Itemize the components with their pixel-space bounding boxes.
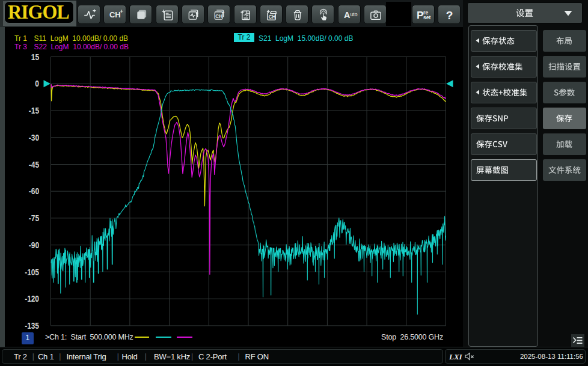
svg-text:A: A [344,10,350,20]
svg-text:+: + [120,8,123,14]
svg-text:uto: uto [350,11,357,17]
svg-text:set: set [423,14,431,20]
svg-text:?: ? [446,9,453,22]
svg-text:CH: CH [109,10,121,19]
svg-text:+: + [222,10,225,15]
svg-text:CH: CH [269,14,276,20]
svg-text:P: P [417,9,423,21]
